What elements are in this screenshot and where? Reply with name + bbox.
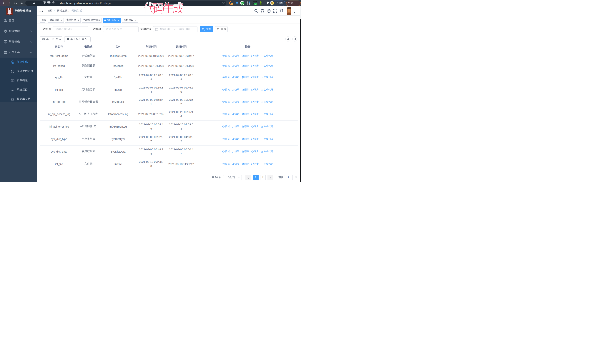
svg-text:1: 1 <box>232 3 232 5</box>
svg-text:on: on <box>255 3 257 5</box>
